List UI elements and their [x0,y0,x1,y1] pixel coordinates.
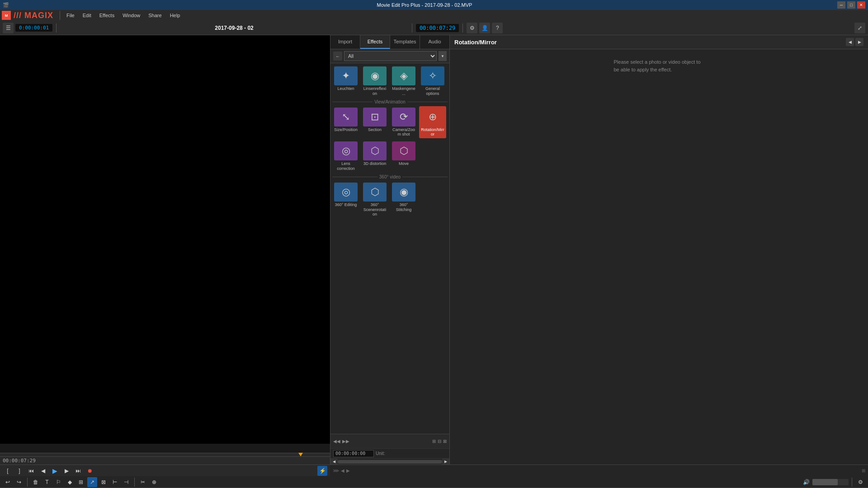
settings-btn-2[interactable]: ⚙ [855,477,865,487]
effect-lens-correction[interactable]: ◎ Lens correction [332,140,359,173]
menu-separator [60,11,60,20]
effect-section[interactable]: ⊡ Section [361,106,388,139]
effects-scrollbar-thumb[interactable] [338,460,442,464]
undo-button[interactable]: ↩ [3,477,13,487]
effects-timecode-input[interactable] [333,450,374,457]
effect-3d-distortion[interactable]: ⬡ 3D distortion [361,140,388,173]
effect-360-stitching[interactable]: ◉ 360° Stitching [390,181,417,218]
right-panel-help-text: Please select a photo or video object to… [614,58,704,73]
effects-filter-select[interactable]: All [344,51,437,61]
select-button[interactable]: ↗ [87,477,97,487]
effect-move[interactable]: ⬡ Move [390,140,417,173]
effects-nav-left[interactable]: ◀◀ [333,439,340,444]
effects-grid: ✦ Leuchten ◉ Linsenreflexion ◈ Maskengen… [330,63,449,434]
effects-view-btn-1[interactable]: ⊞ [432,439,436,444]
window-title: Movie Edit Pro Plus - 2017-09-28 - 02.MV… [377,2,472,8]
menu-edit[interactable]: Edit [79,12,95,19]
effect-rotation-mirror[interactable]: ⊕ Rotation/Mirror [419,106,446,139]
effect-size-position[interactable]: ⤡ Size/Position [332,106,359,139]
menu-effects[interactable]: Effects [96,12,118,19]
bookmark-button[interactable]: ⚐ [53,477,63,487]
right-panel: Rotation/Mirror ◀ ▶ Please select a phot… [450,35,868,465]
menu-help[interactable]: Help [166,12,184,19]
right-nav-next[interactable]: ▶ [346,468,350,473]
close-button[interactable]: ✕ [857,1,865,9]
next-chapter-button[interactable]: ⏭ [73,466,83,476]
move-icon: ⬡ [392,141,415,160]
size-position-icon: ⤡ [334,108,358,127]
effects-panel: Import Effects Templates Audio ← All ▼ ✦… [330,35,450,465]
delete-button[interactable]: 🗑 [31,477,41,487]
effects-bottom-bar: ◀◀ ▶▶ ⊞ ⊟ ⊠ [330,434,449,448]
effects-view-btn-3[interactable]: ⊠ [443,439,447,444]
effect-360-editing[interactable]: ◎ 360° Editing [332,181,359,218]
general-options-label: General options [420,86,445,96]
volume-slider[interactable] [812,479,849,485]
trim-button[interactable]: ⊢ [110,477,120,487]
scroll-right-btn[interactable]: ▶ [442,459,449,465]
filter-dropdown-btn[interactable]: ▼ [439,51,447,61]
effects-scrollbar: ◀ ▶ [330,458,449,465]
settings-button[interactable]: ⚙ [467,23,477,33]
tab-templates[interactable]: Templates [390,35,420,49]
lens-correction-icon: ◎ [334,141,358,160]
hamburger-button[interactable]: ☰ [3,23,14,33]
tab-audio[interactable]: Audio [420,35,449,49]
next-frame-button[interactable]: ▶ [61,466,71,476]
effects-back-button[interactable]: ← [333,52,342,61]
360-video-label: 360° video [379,174,401,179]
section-label: Section [368,127,382,132]
split-button[interactable]: ✂ [138,477,148,487]
menu-bar: M /// MAGIX File Edit Effects Window Sha… [0,10,868,21]
effect-leuchten[interactable]: ✦ Leuchten [332,65,359,98]
360-video-divider: 360° video [332,174,448,179]
effect-360-scene-rotation[interactable]: ⬡ 360° Scenenrotation [361,181,388,218]
play-button[interactable]: ▶ [50,466,60,476]
panel-next-btn[interactable]: ▶ [855,38,863,46]
panel-prev-btn[interactable]: ◀ [846,38,854,46]
merge-button[interactable]: ⊕ [149,477,159,487]
tab-import[interactable]: Import [330,35,360,49]
text-button[interactable]: T [42,477,52,487]
effect-camera-zoom[interactable]: ⟳ Camera/Zoom shot [390,106,417,139]
effect-linsenreflexion[interactable]: ◉ Linsenreflexion [361,65,388,98]
view-animation-label: View/Animation [374,99,406,104]
mark-in-button[interactable]: [ [3,466,13,476]
account-button[interactable]: 👤 [479,23,490,33]
expand-button[interactable]: ⤢ [854,23,865,33]
right-chevron[interactable]: ⋙ [333,468,339,473]
effects-nav-right[interactable]: ▶▶ [342,439,349,444]
right-nav-prev[interactable]: ◀ [341,468,344,473]
scroll-left-btn[interactable]: ◀ [330,459,338,465]
effect-maskengene[interactable]: ◈ Maskengene... [390,65,417,98]
menu-share[interactable]: Share [145,12,165,19]
effects-view-btn-2[interactable]: ⊟ [438,439,441,444]
keyframe-button[interactable]: ◆ [65,477,75,487]
prev-chapter-button[interactable]: ⏮ [26,466,36,476]
menu-file[interactable]: File [63,12,78,19]
maximize-button[interactable]: □ [847,1,855,9]
ripple-button[interactable]: ⊣ [121,477,131,487]
effect-general-options[interactable]: ✧ General options [419,65,446,98]
multi-select-button[interactable]: ⊠ [99,477,108,487]
general-options-icon: ✧ [421,66,444,85]
group-button[interactable]: ⊞ [76,477,86,487]
lightning-button[interactable]: ⚡ [317,466,327,476]
toolbar-sep-1 [56,23,57,33]
lens-correction-label: Lens correction [334,161,358,171]
redo-button[interactable]: ↪ [14,477,24,487]
timecode-left[interactable]: 0:00:00:01 [15,24,52,32]
volume-button[interactable]: 🔊 [801,477,811,487]
right-transport-end[interactable]: ⊞ [862,468,865,473]
360-scene-rotation-label: 360° Scenenrotation [363,202,387,217]
help-button[interactable]: ? [492,23,503,33]
menu-window[interactable]: Window [119,12,144,19]
mark-out-button[interactable]: ] [14,466,24,476]
app-logo: M /// MAGIX [2,11,53,20]
record-button[interactable]: ⏺ [85,466,95,476]
prev-frame-button[interactable]: ◀ [38,466,48,476]
minimize-button[interactable]: ─ [837,1,845,9]
tab-effects[interactable]: Effects [360,35,390,49]
360-stitching-label: 360° Stitching [392,202,416,212]
timecode-right[interactable]: 00:00:07:29 [416,24,459,32]
